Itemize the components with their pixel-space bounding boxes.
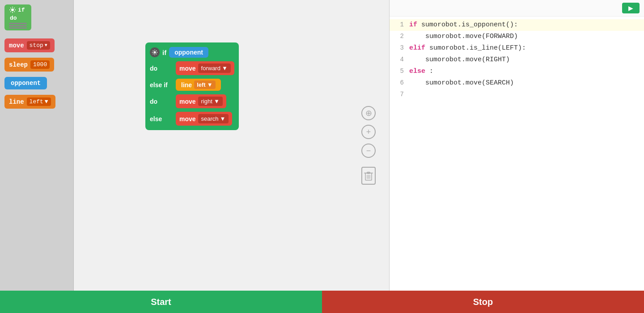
sidebar-opponent-label: opponent	[11, 80, 41, 87]
zoom-in-button[interactable]: +	[361, 125, 376, 139]
sidebar-move-value: stop	[30, 42, 43, 49]
stop-button[interactable]: Stop	[322, 291, 644, 313]
plus-icon: +	[366, 127, 371, 137]
canvas-move-forward-arrow: ▼	[222, 65, 228, 72]
sidebar-sleep-value: 1000	[30, 60, 50, 69]
code-line-4: 4 sumorobot.move(RIGHT)	[390, 54, 644, 66]
canvas-line-left-value: left	[197, 81, 206, 88]
canvas-do-right-kw: do	[150, 98, 172, 105]
line-content-5: else :	[407, 66, 644, 77]
code-line-1: 1 if sumorobot.is_opponent():	[390, 19, 644, 31]
sidebar-move-dropdown[interactable]: stop ▼	[27, 41, 50, 50]
code-lines: 1 if sumorobot.is_opponent(): 2 sumorobo…	[390, 17, 644, 103]
canvas-move-right-arrow: ▼	[214, 98, 220, 105]
canvas-move-right-label: move	[179, 98, 196, 105]
sidebar-line-block[interactable]: line left ▼	[4, 95, 55, 109]
svg-point-1	[153, 51, 156, 53]
run-button[interactable]: ▶	[622, 3, 640, 13]
bottom-bar: Start Stop	[0, 291, 644, 313]
line-num-5: 5	[390, 66, 407, 76]
canvas-line-label: line	[181, 81, 192, 89]
canvas-move-search-label: move	[179, 115, 196, 123]
canvas-if-kw: if	[162, 49, 166, 56]
canvas-move-search-arrow: ▼	[220, 115, 226, 122]
crosshair-button[interactable]: ⊕	[361, 106, 376, 120]
sidebar-if-do-block[interactable]: if do	[4, 4, 31, 30]
code-line-2: 2 sumorobot.move(FORWARD)	[390, 31, 644, 42]
code-panel: ▶ 1 if sumorobot.is_opponent(): 2 sumoro…	[389, 0, 644, 291]
start-button[interactable]: Start	[0, 291, 322, 313]
sidebar-line-value: left	[30, 98, 43, 105]
code-line-3: 3 elif sumorobot.is_line(LEFT):	[390, 42, 644, 54]
canvas-else-row: else move search ▼	[150, 112, 234, 126]
canvas-opponent-cond[interactable]: opponent	[169, 47, 208, 58]
run-icon: ▶	[628, 4, 633, 12]
line-content-3: elif sumorobot.is_line(LEFT):	[407, 43, 644, 54]
canvas-main-block[interactable]: if opponent do move forward ▼	[145, 42, 239, 130]
line-num-3: 3	[390, 43, 407, 53]
canvas-else-if-kw: else if	[150, 81, 172, 89]
sidebar-move-block[interactable]: move stop ▼	[4, 38, 55, 52]
svg-point-0	[11, 8, 14, 11]
code-line-7: 7	[390, 89, 644, 101]
canvas-controls: ⊕ + −	[361, 106, 376, 185]
sidebar-sleep-block[interactable]: sleep 1000	[4, 58, 54, 72]
canvas-move-search-block[interactable]: move search ▼	[176, 112, 232, 126]
canvas-move-forward-label: move	[179, 65, 196, 72]
code-line-6: 6 sumorobot.move(SEARCH)	[390, 77, 644, 89]
line-content-2: sumorobot.move(FORWARD)	[407, 31, 644, 42]
line-content-6: sumorobot.move(SEARCH)	[407, 78, 644, 89]
sidebar-if-label: if	[18, 7, 25, 13]
line-content-4: sumorobot.move(RIGHT)	[407, 55, 644, 65]
canvas-move-search-value: search	[201, 115, 219, 122]
sidebar-sleep-label: sleep	[9, 61, 28, 68]
trash-icon	[364, 170, 373, 181]
canvas-move-right-block[interactable]: move right ▼	[176, 94, 226, 108]
canvas-move-search-dropdown[interactable]: search ▼	[198, 114, 229, 123]
line-num-1: 1	[390, 20, 407, 30]
canvas-do-row: do move forward ▼	[150, 61, 234, 75]
canvas-do-kw: do	[150, 65, 172, 72]
sidebar-do-label: do	[9, 15, 27, 21]
line-num-2: 2	[390, 31, 407, 41]
line-num-7: 7	[390, 89, 407, 99]
code-header: ▶	[390, 0, 644, 17]
canvas-do-right-row: do move right ▼	[150, 94, 234, 108]
sidebar-line-arrow: ▼	[45, 98, 48, 105]
canvas-else-if-row: else if line left ▼	[150, 79, 234, 91]
gear-icon	[9, 6, 16, 13]
canvas-move-right-dropdown[interactable]: right ▼	[198, 97, 223, 106]
sidebar-move-label: move	[9, 42, 24, 49]
canvas-move-right-value: right	[201, 98, 212, 105]
canvas-area[interactable]: if opponent do move forward ▼	[74, 0, 389, 291]
canvas-line-left-dropdown[interactable]: left ▼	[194, 80, 215, 89]
crosshair-icon: ⊕	[365, 108, 372, 118]
canvas-gear-icon	[150, 47, 160, 57]
code-line-5: 5 else :	[390, 66, 644, 77]
canvas-move-forward-dropdown[interactable]: forward ▼	[198, 63, 231, 73]
line-num-4: 4	[390, 55, 407, 64]
minus-icon: −	[366, 146, 371, 156]
line-num-6: 6	[390, 78, 407, 88]
line-content-1: if sumorobot.is_opponent():	[407, 20, 644, 30]
sidebar-line-dropdown[interactable]: left ▼	[27, 97, 51, 106]
trash-button[interactable]	[361, 167, 376, 185]
canvas-if-row: if opponent	[150, 47, 234, 58]
canvas-move-forward-block[interactable]: move forward ▼	[176, 61, 234, 75]
sidebar-opponent-block[interactable]: opponent	[4, 77, 47, 89]
canvas-line-left-cond[interactable]: line left ▼	[176, 79, 221, 91]
canvas-else-kw: else	[150, 115, 172, 123]
sidebar-move-arrow: ▼	[45, 43, 47, 48]
canvas-line-left-arrow: ▼	[207, 81, 213, 88]
zoom-out-button[interactable]: −	[361, 144, 376, 158]
sidebar-line-label: line	[9, 98, 24, 106]
canvas-move-forward-value: forward	[201, 65, 220, 72]
sidebar: if do move stop ▼ sleep 1000	[0, 0, 74, 291]
